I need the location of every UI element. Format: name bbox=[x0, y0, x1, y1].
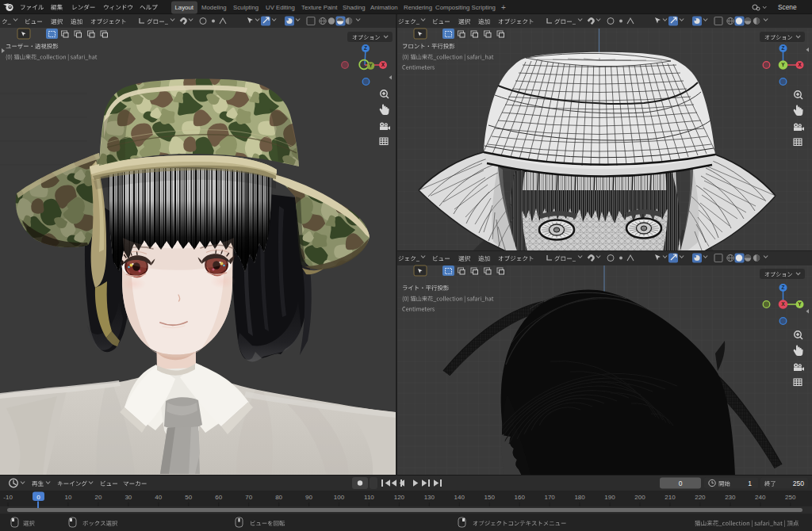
svg-text:Sculpting: Sculpting bbox=[233, 4, 259, 11]
svg-text:Y: Y bbox=[781, 62, 785, 67]
svg-text:Animation: Animation bbox=[370, 4, 398, 11]
svg-text:0: 0 bbox=[679, 479, 683, 487]
svg-text:-10: -10 bbox=[3, 494, 13, 501]
svg-text:Z: Z bbox=[782, 45, 785, 51]
svg-text:180: 180 bbox=[574, 494, 585, 501]
svg-text:140: 140 bbox=[454, 494, 465, 501]
svg-text:230: 230 bbox=[725, 494, 736, 501]
svg-text:200: 200 bbox=[634, 494, 645, 501]
svg-text:X: X bbox=[381, 62, 385, 67]
svg-text:50: 50 bbox=[185, 494, 192, 501]
svg-text:250: 250 bbox=[793, 479, 804, 487]
svg-text:20: 20 bbox=[94, 494, 102, 501]
svg-text:240: 240 bbox=[755, 494, 766, 501]
svg-text:Z: Z bbox=[782, 285, 785, 290]
svg-text:70: 70 bbox=[245, 494, 252, 501]
svg-text:Texture Paint: Texture Paint bbox=[301, 4, 338, 11]
svg-text:120: 120 bbox=[394, 494, 405, 501]
svg-text:X: X bbox=[781, 301, 785, 307]
svg-text:Layout: Layout bbox=[175, 4, 194, 11]
svg-text:40: 40 bbox=[155, 494, 162, 501]
svg-text:Z: Z bbox=[364, 45, 367, 51]
svg-text:90: 90 bbox=[305, 494, 312, 501]
svg-text:+: + bbox=[501, 3, 506, 12]
svg-text:Y: Y bbox=[798, 301, 802, 307]
svg-text:Y: Y bbox=[369, 63, 373, 68]
svg-text:150: 150 bbox=[485, 494, 496, 501]
svg-text:Modeling: Modeling bbox=[201, 4, 227, 11]
svg-text:110: 110 bbox=[364, 494, 374, 501]
svg-text:30: 30 bbox=[124, 494, 132, 501]
svg-text:Shading: Shading bbox=[343, 4, 366, 11]
svg-text:0: 0 bbox=[36, 494, 40, 501]
svg-text:Scripting: Scripting bbox=[472, 4, 496, 11]
svg-text:Compositing: Compositing bbox=[435, 4, 469, 11]
svg-text:10: 10 bbox=[64, 494, 71, 501]
svg-text:X: X bbox=[798, 62, 802, 67]
svg-text:Rendering: Rendering bbox=[404, 4, 432, 11]
svg-text:170: 170 bbox=[544, 494, 555, 501]
svg-text:210: 210 bbox=[665, 494, 676, 501]
svg-text:1: 1 bbox=[748, 479, 752, 487]
svg-text:220: 220 bbox=[695, 494, 706, 501]
svg-text:130: 130 bbox=[424, 494, 435, 501]
svg-text:190: 190 bbox=[604, 494, 615, 501]
svg-text:160: 160 bbox=[515, 494, 526, 501]
svg-text:250: 250 bbox=[785, 494, 796, 501]
svg-text:100: 100 bbox=[334, 494, 345, 501]
svg-text:Scene: Scene bbox=[778, 3, 797, 11]
svg-text:60: 60 bbox=[215, 494, 222, 501]
svg-text:UV Editing: UV Editing bbox=[266, 4, 295, 11]
svg-text:80: 80 bbox=[275, 494, 282, 501]
